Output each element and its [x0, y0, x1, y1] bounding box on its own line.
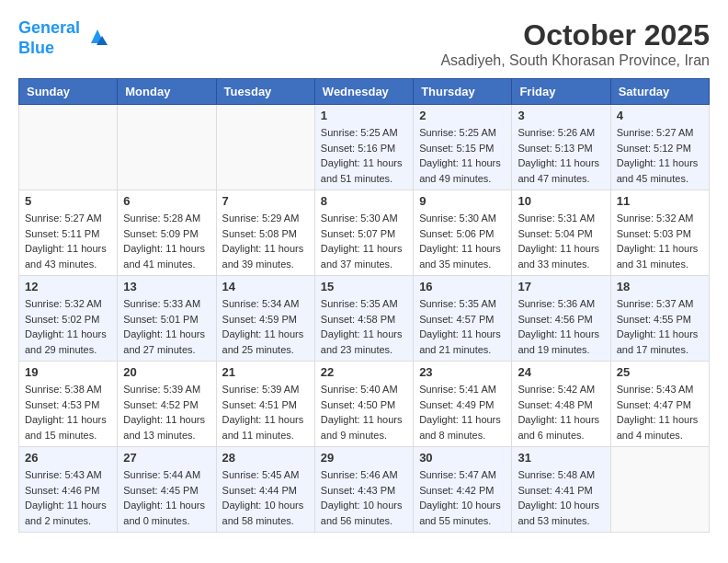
sunrise-text: Sunrise: 5:35 AM	[321, 298, 398, 309]
sunrise-text: Sunrise: 5:31 AM	[518, 213, 595, 224]
calendar-cell: 6Sunrise: 5:28 AMSunset: 5:09 PMDaylight…	[118, 190, 216, 276]
daylight-text: Daylight: 11 hours and 35 minutes.	[419, 243, 501, 270]
calendar-cell: 24Sunrise: 5:42 AMSunset: 4:48 PMDayligh…	[512, 362, 610, 447]
day-number: 17	[518, 280, 604, 293]
daylight-text: Daylight: 11 hours and 33 minutes.	[518, 243, 599, 270]
day-number: 13	[123, 280, 210, 293]
day-number: 19	[25, 365, 111, 379]
sunrise-text: Sunrise: 5:39 AM	[123, 384, 200, 395]
day-number: 27	[123, 451, 210, 465]
day-number: 16	[419, 280, 506, 293]
day-info: Sunrise: 5:46 AMSunset: 4:43 PMDaylight:…	[321, 467, 407, 528]
weekday-header-row: SundayMondayTuesdayWednesdayThursdayFrid…	[19, 79, 710, 105]
weekday-header: Saturday	[610, 79, 709, 105]
day-number: 21	[222, 365, 309, 379]
calendar-cell: 8Sunrise: 5:30 AMSunset: 5:07 PMDaylight…	[314, 190, 413, 276]
calendar-week-row: 19Sunrise: 5:38 AMSunset: 4:53 PMDayligh…	[19, 362, 710, 447]
day-number: 8	[321, 194, 407, 208]
sunrise-text: Sunrise: 5:25 AM	[321, 127, 398, 138]
sunset-text: Sunset: 4:52 PM	[123, 399, 198, 410]
daylight-text: Daylight: 11 hours and 6 minutes.	[518, 414, 599, 441]
calendar-cell: 19Sunrise: 5:38 AMSunset: 4:53 PMDayligh…	[19, 362, 118, 447]
month-title: October 2025	[440, 18, 710, 52]
sunset-text: Sunset: 4:43 PM	[321, 485, 395, 496]
sunset-text: Sunset: 4:56 PM	[518, 314, 592, 325]
day-info: Sunrise: 5:32 AMSunset: 5:03 PMDaylight:…	[617, 211, 703, 271]
sunrise-text: Sunrise: 5:46 AM	[321, 469, 398, 480]
day-number: 2	[419, 109, 506, 122]
day-info: Sunrise: 5:30 AMSunset: 5:07 PMDaylight:…	[321, 211, 407, 271]
day-number: 4	[617, 109, 703, 122]
day-info: Sunrise: 5:27 AMSunset: 5:12 PMDaylight:…	[617, 125, 703, 186]
sunrise-text: Sunrise: 5:39 AM	[222, 384, 300, 395]
calendar-cell	[118, 105, 216, 190]
sunrise-text: Sunrise: 5:29 AM	[222, 213, 300, 224]
day-number: 15	[321, 280, 407, 293]
day-info: Sunrise: 5:30 AMSunset: 5:06 PMDaylight:…	[419, 211, 506, 271]
day-number: 31	[518, 451, 604, 465]
calendar-cell: 23Sunrise: 5:41 AMSunset: 4:49 PMDayligh…	[414, 362, 512, 447]
sunset-text: Sunset: 4:49 PM	[419, 399, 494, 410]
day-info: Sunrise: 5:34 AMSunset: 4:59 PMDaylight:…	[222, 296, 309, 357]
sunset-text: Sunset: 4:47 PM	[617, 399, 691, 410]
day-info: Sunrise: 5:40 AMSunset: 4:50 PMDaylight:…	[321, 382, 407, 442]
calendar-cell: 16Sunrise: 5:35 AMSunset: 4:57 PMDayligh…	[414, 276, 512, 362]
day-info: Sunrise: 5:39 AMSunset: 4:52 PMDaylight:…	[123, 382, 210, 442]
sunrise-text: Sunrise: 5:30 AM	[321, 213, 398, 224]
weekday-header: Monday	[118, 79, 216, 105]
calendar-cell: 12Sunrise: 5:32 AMSunset: 5:02 PMDayligh…	[19, 276, 118, 362]
calendar-cell: 9Sunrise: 5:30 AMSunset: 5:06 PMDaylight…	[414, 190, 512, 276]
calendar-cell	[19, 105, 118, 190]
daylight-text: Daylight: 11 hours and 41 minutes.	[123, 243, 205, 270]
sunrise-text: Sunrise: 5:25 AM	[419, 127, 496, 138]
day-number: 11	[617, 194, 703, 208]
calendar-cell: 10Sunrise: 5:31 AMSunset: 5:04 PMDayligh…	[512, 190, 610, 276]
daylight-text: Daylight: 11 hours and 31 minutes.	[617, 243, 699, 270]
day-info: Sunrise: 5:48 AMSunset: 4:41 PMDaylight:…	[518, 467, 604, 528]
sunset-text: Sunset: 5:07 PM	[321, 228, 395, 239]
calendar-cell: 5Sunrise: 5:27 AMSunset: 5:11 PMDaylight…	[19, 190, 118, 276]
sunrise-text: Sunrise: 5:42 AM	[518, 384, 595, 395]
day-info: Sunrise: 5:42 AMSunset: 4:48 PMDaylight:…	[518, 382, 604, 442]
day-info: Sunrise: 5:47 AMSunset: 4:42 PMDaylight:…	[419, 467, 506, 528]
day-number: 25	[617, 365, 703, 379]
sunset-text: Sunset: 4:58 PM	[321, 314, 395, 325]
calendar-week-row: 26Sunrise: 5:43 AMSunset: 4:46 PMDayligh…	[19, 447, 710, 533]
daylight-text: Daylight: 10 hours and 58 minutes.	[222, 500, 304, 526]
sunrise-text: Sunrise: 5:26 AM	[518, 127, 595, 138]
sunset-text: Sunset: 4:48 PM	[518, 399, 592, 410]
sunrise-text: Sunrise: 5:36 AM	[518, 298, 595, 309]
daylight-text: Daylight: 11 hours and 2 minutes.	[25, 500, 107, 526]
sunrise-text: Sunrise: 5:34 AM	[222, 298, 300, 309]
sunset-text: Sunset: 5:01 PM	[123, 314, 198, 325]
sunset-text: Sunset: 5:04 PM	[518, 228, 592, 239]
sunrise-text: Sunrise: 5:27 AM	[25, 213, 102, 224]
day-number: 29	[321, 451, 407, 465]
day-number: 26	[25, 451, 111, 465]
sunset-text: Sunset: 5:06 PM	[419, 228, 494, 239]
daylight-text: Daylight: 11 hours and 25 minutes.	[222, 328, 304, 355]
sunset-text: Sunset: 4:41 PM	[518, 485, 592, 496]
day-info: Sunrise: 5:43 AMSunset: 4:46 PMDaylight:…	[25, 467, 111, 528]
sunset-text: Sunset: 4:46 PM	[25, 485, 99, 496]
sunrise-text: Sunrise: 5:33 AM	[123, 298, 200, 309]
daylight-text: Daylight: 11 hours and 43 minutes.	[25, 243, 107, 270]
calendar-cell: 25Sunrise: 5:43 AMSunset: 4:47 PMDayligh…	[610, 362, 709, 447]
day-number: 9	[419, 194, 506, 208]
day-info: Sunrise: 5:44 AMSunset: 4:45 PMDaylight:…	[123, 467, 210, 528]
sunset-text: Sunset: 5:15 PM	[419, 143, 494, 154]
daylight-text: Daylight: 11 hours and 9 minutes.	[321, 414, 403, 441]
daylight-text: Daylight: 11 hours and 51 minutes.	[321, 157, 403, 184]
calendar-week-row: 12Sunrise: 5:32 AMSunset: 5:02 PMDayligh…	[19, 276, 710, 362]
calendar-cell: 30Sunrise: 5:47 AMSunset: 4:42 PMDayligh…	[414, 447, 512, 533]
day-number: 1	[321, 109, 407, 122]
sunrise-text: Sunrise: 5:27 AM	[617, 127, 694, 138]
day-info: Sunrise: 5:39 AMSunset: 4:51 PMDaylight:…	[222, 382, 309, 442]
daylight-text: Daylight: 11 hours and 15 minutes.	[25, 414, 107, 441]
day-info: Sunrise: 5:32 AMSunset: 5:02 PMDaylight:…	[25, 296, 111, 357]
sunrise-text: Sunrise: 5:47 AM	[419, 469, 496, 480]
calendar-cell: 21Sunrise: 5:39 AMSunset: 4:51 PMDayligh…	[216, 362, 314, 447]
daylight-text: Daylight: 11 hours and 37 minutes.	[321, 243, 403, 270]
calendar-cell	[610, 447, 709, 533]
location-title: Asadiyeh, South Khorasan Province, Iran	[440, 52, 710, 69]
